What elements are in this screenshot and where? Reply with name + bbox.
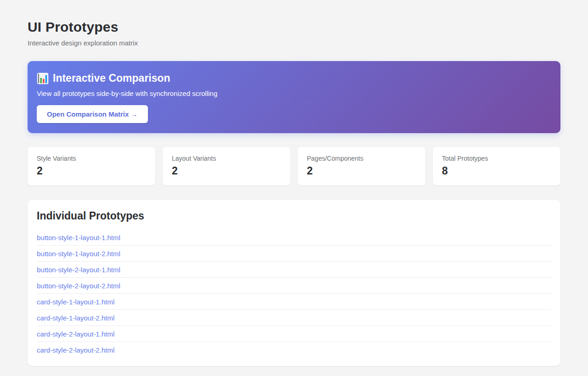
prototype-link[interactable]: button-style-1-layout-2.html (37, 246, 120, 261)
list-item: card-style-1-layout-1.html (37, 294, 551, 310)
list-item: button-style-1-layout-1.html (37, 230, 551, 246)
page-container: UI Prototypes Interactive design explora… (28, 0, 560, 376)
page-title: UI Prototypes (28, 19, 560, 35)
stat-label: Style Variants (37, 155, 146, 162)
banner-description: View all prototypes side-by-side with sy… (37, 90, 551, 97)
prototype-link[interactable]: card-style-1-layout-2.html (37, 310, 114, 325)
list-item: button-style-1-layout-2.html (37, 246, 551, 262)
list-item: button-style-2-layout-2.html (37, 278, 551, 294)
prototype-link[interactable]: card-style-2-layout-2.html (37, 342, 114, 358)
list-item: card-style-2-layout-1.html (37, 326, 551, 342)
prototype-link[interactable]: card-style-1-layout-1.html (37, 294, 114, 309)
interactive-comparison-banner: Interactive Comparison View all prototyp… (28, 61, 560, 133)
stat-value: 2 (307, 165, 416, 177)
stat-card-total-prototypes: Total Prototypes 8 (433, 147, 560, 185)
individual-prototypes-card: Individual Prototypes button-style-1-lay… (28, 200, 560, 366)
prototype-link[interactable]: button-style-2-layout-1.html (37, 262, 120, 277)
stat-value: 8 (442, 165, 551, 177)
prototype-list: button-style-1-layout-1.html button-styl… (37, 230, 551, 358)
stats-row: Style Variants 2 Layout Variants 2 Pages… (28, 147, 560, 185)
banner-title: Interactive Comparison (53, 72, 170, 84)
list-item: card-style-2-layout-2.html (37, 342, 551, 358)
prototype-link[interactable]: button-style-2-layout-2.html (37, 278, 120, 293)
stat-label: Total Prototypes (442, 155, 551, 162)
open-comparison-matrix-button[interactable]: Open Comparison Matrix → (37, 105, 148, 123)
banner-title-row: Interactive Comparison (37, 72, 551, 84)
page-subtitle: Interactive design exploration matrix (28, 39, 560, 47)
stat-card-style-variants: Style Variants 2 (28, 147, 155, 185)
list-item: card-style-1-layout-2.html (37, 310, 551, 326)
stat-card-pages-components: Pages/Components 2 (298, 147, 425, 185)
list-item: button-style-2-layout-1.html (37, 262, 551, 278)
individual-prototypes-heading: Individual Prototypes (37, 210, 551, 222)
prototype-link[interactable]: button-style-1-layout-1.html (37, 230, 120, 245)
stat-card-layout-variants: Layout Variants 2 (163, 147, 290, 185)
stat-label: Layout Variants (172, 155, 281, 162)
prototype-link[interactable]: card-style-2-layout-1.html (37, 326, 114, 342)
stat-value: 2 (37, 165, 146, 177)
stat-value: 2 (172, 165, 281, 177)
stat-label: Pages/Components (307, 155, 416, 162)
bar-chart-icon (37, 73, 49, 84)
